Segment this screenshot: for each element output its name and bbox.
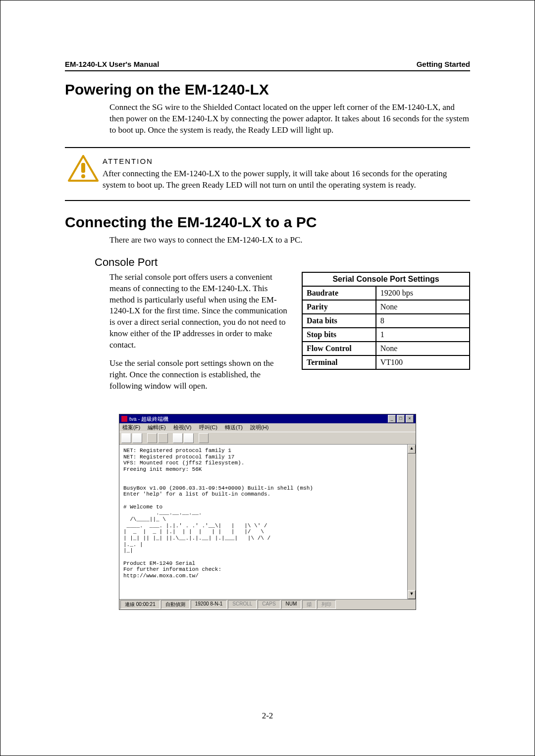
menu-item[interactable]: 檔案(F)	[122, 424, 140, 430]
close-icon[interactable]: ×	[406, 415, 414, 423]
table-row: Baudrate 19200 bps	[302, 286, 470, 300]
console-para-2: Use the serial console port settings sho…	[109, 358, 293, 392]
attention-box: ATTENTION After connecting the EM-1240-L…	[65, 147, 470, 201]
section-connecting-title: Connecting the EM-1240-LX to a PC	[65, 214, 470, 231]
table-row: Stop bits 1	[302, 328, 470, 342]
table-row: Parity None	[302, 300, 470, 314]
terminal-menubar: 檔案(F) 編輯(E) 檢視(V) 呼叫(C) 轉送(T) 說明(H)	[119, 423, 416, 432]
header-rule	[65, 70, 470, 71]
section-connecting-body: There are two ways to connect the EM-124…	[109, 235, 470, 246]
status-scroll: SCROLL	[228, 600, 257, 609]
settings-value: None	[376, 342, 470, 355]
settings-label: Flow Control	[302, 342, 376, 355]
menu-item[interactable]: 說明(H)	[250, 424, 268, 430]
minimize-icon[interactable]: _	[388, 415, 396, 423]
terminal-statusbar: 連線 00:00:21 自動偵測 19200 8-N-1 SCROLL CAPS…	[119, 599, 416, 609]
page-number: 2-2	[0, 711, 535, 721]
status-conn: 19200 8-N-1	[191, 600, 227, 609]
chapter-title: Getting Started	[417, 60, 470, 68]
maximize-icon[interactable]: □	[397, 415, 405, 423]
scroll-down-icon[interactable]: ▼	[408, 590, 416, 599]
page-header: EM-1240-LX User's Manual Getting Started	[65, 60, 470, 68]
terminal-title-text: tva - 超級終端機	[129, 415, 388, 423]
status-time: 連線 00:00:21	[120, 600, 160, 609]
terminal-output: NET: Registered protocol family 1 NET: R…	[119, 445, 407, 599]
console-para-1: The serial console port offers users a c…	[109, 272, 293, 352]
table-row: Data bits 8	[302, 314, 470, 328]
settings-label: Baudrate	[302, 286, 376, 300]
table-row: Flow Control None	[302, 342, 470, 355]
table-row: Terminal VT100	[302, 355, 470, 369]
scroll-up-icon[interactable]: ▲	[408, 445, 416, 454]
status-caps: CAPS	[258, 600, 280, 609]
settings-value: 8	[376, 314, 470, 328]
properties-icon[interactable]	[199, 433, 209, 443]
svg-rect-1	[81, 163, 85, 173]
new-icon[interactable]	[121, 433, 131, 443]
menu-item[interactable]: 呼叫(C)	[199, 424, 217, 430]
settings-label: Stop bits	[302, 328, 376, 342]
attention-title: ATTENTION	[103, 157, 467, 165]
serial-settings-table: Serial Console Port Settings Baudrate 19…	[302, 272, 470, 370]
open-icon[interactable]	[132, 433, 142, 443]
status-capture: 擷	[302, 600, 316, 609]
status-num: NUM	[281, 600, 302, 609]
warning-icon	[68, 155, 99, 183]
settings-value: 1	[376, 328, 470, 342]
settings-label: Data bits	[302, 314, 376, 328]
settings-value: None	[376, 300, 470, 314]
status-print: 列印	[317, 600, 336, 609]
settings-label: Terminal	[302, 355, 376, 369]
section-powering-title: Powering on the EM-1240-LX	[65, 81, 470, 98]
subsection-console-title: Console Port	[95, 256, 470, 269]
menu-item[interactable]: 轉送(T)	[225, 424, 243, 430]
settings-label: Parity	[302, 300, 376, 314]
receive-icon[interactable]	[184, 433, 194, 443]
app-icon	[121, 416, 127, 422]
settings-value: 19200 bps	[376, 286, 470, 300]
terminal-screenshot: tva - 超級終端機 _ □ × 檔案(F) 編輯(E) 檢視(V) 呼叫(C…	[119, 414, 416, 610]
svg-point-2	[81, 174, 85, 178]
scrollbar[interactable]: ▲ ▼	[407, 445, 416, 599]
settings-title: Serial Console Port Settings	[302, 272, 470, 286]
send-icon[interactable]	[173, 433, 183, 443]
status-detect: 自動偵測	[161, 600, 190, 609]
terminal-titlebar: tva - 超級終端機 _ □ ×	[119, 414, 416, 423]
connect-icon[interactable]	[147, 433, 157, 443]
attention-body: After connecting the EM-1240-LX to the p…	[103, 168, 467, 191]
section-powering-body: Connect the SG wire to the Shielded Cont…	[109, 102, 470, 136]
disconnect-icon[interactable]	[158, 433, 168, 443]
settings-value: VT100	[376, 355, 470, 369]
menu-item[interactable]: 檢視(V)	[173, 424, 192, 430]
manual-title: EM-1240-LX User's Manual	[65, 60, 159, 68]
terminal-toolbar	[119, 432, 416, 445]
menu-item[interactable]: 編輯(E)	[148, 424, 166, 430]
